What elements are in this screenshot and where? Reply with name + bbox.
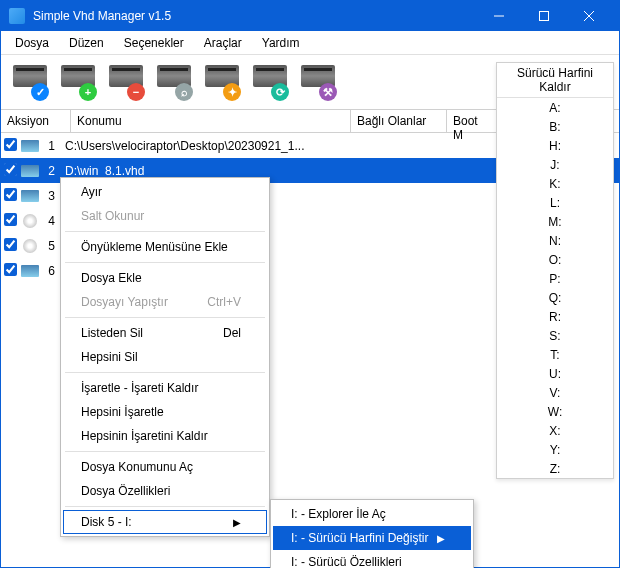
menu-item[interactable]: Dosya Ekle <box>63 266 267 290</box>
drive-letter-item[interactable]: A: <box>497 98 613 117</box>
col-bagli[interactable]: Bağlı Olanlar <box>351 110 447 132</box>
drive-menu-header[interactable]: Sürücü Harfini Kaldır <box>497 63 613 98</box>
col-aksiyon[interactable]: Aksiyon <box>1 110 71 132</box>
row-number: 4 <box>41 214 59 228</box>
drive-letter-item[interactable]: Y: <box>497 440 613 459</box>
app-icon <box>9 8 25 24</box>
toolbar-settings-button[interactable]: ⚒ <box>297 61 339 103</box>
drive-letter-item[interactable]: P: <box>497 269 613 288</box>
cd-icon <box>19 239 41 253</box>
toolbar-wizard-button[interactable]: ✦ <box>201 61 243 103</box>
menu-item[interactable]: Önyükleme Menüsüne Ekle <box>63 235 267 259</box>
menu-item[interactable]: Hepsinin İşaretini Kaldır <box>63 424 267 448</box>
drive-letter-item[interactable]: R: <box>497 307 613 326</box>
minimize-button[interactable] <box>476 1 521 31</box>
menu-separator <box>65 372 265 373</box>
menu-item[interactable]: Hepsini İşaretle <box>63 400 267 424</box>
drive-letter-item[interactable]: N: <box>497 231 613 250</box>
drive-letter-item[interactable]: Q: <box>497 288 613 307</box>
row-number: 1 <box>41 139 59 153</box>
toolbar-attach-button[interactable]: ✓ <box>9 61 51 103</box>
menu-item: Dosyayı YapıştırCtrl+V <box>63 290 267 314</box>
row-checkbox[interactable] <box>1 138 19 154</box>
row-number: 6 <box>41 264 59 278</box>
cd-icon <box>19 214 41 228</box>
menu-separator <box>65 317 265 318</box>
row-checkbox[interactable] <box>1 163 19 179</box>
menu-item[interactable]: İşaretle - İşareti Kaldır <box>63 376 267 400</box>
drive-letter-item[interactable]: H: <box>497 136 613 155</box>
menu-separator <box>65 231 265 232</box>
window-title: Simple Vhd Manager v1.5 <box>33 9 476 23</box>
toolbar-remove-button[interactable]: − <box>105 61 147 103</box>
menu-dosya[interactable]: Dosya <box>5 33 59 53</box>
menu-araclar[interactable]: Araçlar <box>194 33 252 53</box>
drive-letter-item[interactable]: X: <box>497 421 613 440</box>
toolbar-add-button[interactable]: + <box>57 61 99 103</box>
toolbar-refresh-button[interactable]: ⟳ <box>249 61 291 103</box>
drive-letter-item[interactable]: U: <box>497 364 613 383</box>
menu-duzen[interactable]: Düzen <box>59 33 114 53</box>
menubar: Dosya Düzen Seçenekler Araçlar Yardım <box>1 31 619 55</box>
context-submenu[interactable]: I: - Explorer İle AçI: - Sürücü Harfini … <box>270 499 474 568</box>
context-menu[interactable]: AyırSalt OkunurÖnyükleme Menüsüne EkleDo… <box>60 177 270 537</box>
submenu-item[interactable]: I: - Sürücü Özellikleri <box>273 550 471 568</box>
close-button[interactable] <box>566 1 611 31</box>
drive-letter-item[interactable]: J: <box>497 155 613 174</box>
menu-secenekler[interactable]: Seçenekler <box>114 33 194 53</box>
drive-letter-item[interactable]: W: <box>497 402 613 421</box>
col-boot[interactable]: Boot M <box>447 110 497 132</box>
menu-item[interactable]: Dosya Özellikleri <box>63 479 267 503</box>
col-konumu[interactable]: Konumu <box>71 110 351 132</box>
menu-separator <box>65 451 265 452</box>
maximize-button[interactable] <box>521 1 566 31</box>
drive-letter-item[interactable]: T: <box>497 345 613 364</box>
menu-yardim[interactable]: Yardım <box>252 33 310 53</box>
menu-item[interactable]: Disk 5 - I:▶ <box>63 510 267 534</box>
submenu-item[interactable]: I: - Sürücü Harfini Değiştir▶ <box>273 526 471 550</box>
row-number: 2 <box>41 164 59 178</box>
row-number: 3 <box>41 189 59 203</box>
svg-rect-1 <box>539 12 548 21</box>
toolbar-explore-button[interactable]: ⌕ <box>153 61 195 103</box>
row-checkbox[interactable] <box>1 263 19 279</box>
row-location: C:\Users\velociraptor\Desktop\20230921_1… <box>59 139 523 153</box>
hdd-icon <box>19 165 41 177</box>
hdd-icon <box>19 140 41 152</box>
drive-letter-item[interactable]: S: <box>497 326 613 345</box>
titlebar: Simple Vhd Manager v1.5 <box>1 1 619 31</box>
row-checkbox[interactable] <box>1 238 19 254</box>
hdd-icon <box>19 265 41 277</box>
row-checkbox[interactable] <box>1 188 19 204</box>
drive-letter-item[interactable]: L: <box>497 193 613 212</box>
drive-letter-item[interactable]: Z: <box>497 459 613 478</box>
menu-item[interactable]: Dosya Konumunu Aç <box>63 455 267 479</box>
drive-letter-item[interactable]: B: <box>497 117 613 136</box>
drive-letter-menu[interactable]: Sürücü Harfini KaldırA:B:H:J:K:L:M:N:O:P… <box>496 62 614 479</box>
row-number: 5 <box>41 239 59 253</box>
drive-letter-item[interactable]: K: <box>497 174 613 193</box>
menu-item[interactable]: Listeden SilDel <box>63 321 267 345</box>
row-location: D:\win_8.1.vhd <box>59 164 523 178</box>
drive-letter-item[interactable]: M: <box>497 212 613 231</box>
menu-separator <box>65 506 265 507</box>
submenu-item[interactable]: I: - Explorer İle Aç <box>273 502 471 526</box>
hdd-icon <box>19 190 41 202</box>
menu-item[interactable]: Ayır <box>63 180 267 204</box>
drive-letter-item[interactable]: V: <box>497 383 613 402</box>
row-checkbox[interactable] <box>1 213 19 229</box>
menu-separator <box>65 262 265 263</box>
menu-item: Salt Okunur <box>63 204 267 228</box>
menu-item[interactable]: Hepsini Sil <box>63 345 267 369</box>
drive-letter-item[interactable]: O: <box>497 250 613 269</box>
